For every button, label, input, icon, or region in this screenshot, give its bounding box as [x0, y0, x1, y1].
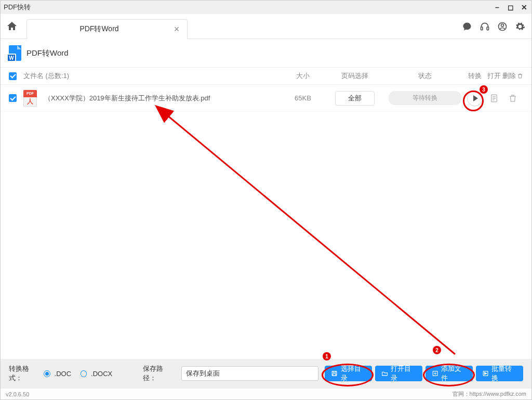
website-link[interactable]: 官网：https://www.pdfkz.com — [453, 390, 526, 398]
plus-icon — [432, 370, 438, 377]
close-window-button[interactable]: ✕ — [520, 3, 528, 11]
radio-doc[interactable] — [44, 370, 50, 377]
pdf-file-icon: PDF 人 — [23, 90, 37, 107]
save-path-input[interactable] — [181, 366, 319, 381]
open-file-button[interactable] — [487, 92, 501, 105]
page-heading: W PDF转Word — [1, 39, 531, 67]
page-select-button[interactable]: 全部 — [335, 91, 375, 106]
headset-icon[interactable] — [477, 19, 492, 34]
svg-point-3 — [501, 24, 504, 27]
tab-label: PDF转Word — [27, 24, 171, 34]
col-status: 状态 — [386, 71, 464, 81]
convert-play-button[interactable] — [467, 91, 483, 106]
tab-close-icon[interactable]: × — [171, 24, 182, 35]
trash-icon[interactable] — [517, 73, 523, 79]
user-icon[interactable] — [495, 19, 510, 34]
batch-convert-button[interactable]: 批量转换 — [476, 366, 523, 381]
format-label: 转换格式： — [9, 364, 41, 383]
file-area — [1, 112, 531, 359]
radio-docx-label: .DOCX — [91, 370, 112, 378]
home-icon[interactable] — [1, 14, 23, 39]
col-pages: 页码选择 — [324, 71, 386, 81]
col-delete: 删除 — [502, 71, 523, 81]
app-title: PDF快转 — [4, 3, 493, 12]
titlebar: PDF快转 – ◻ ✕ — [1, 1, 531, 14]
batch-icon — [482, 370, 489, 377]
svg-rect-9 — [334, 371, 336, 373]
file-size: 65KB — [282, 94, 324, 102]
pdf-to-word-icon: W — [9, 45, 21, 61]
tab-pdf-to-word[interactable]: PDF转Word × — [26, 19, 188, 39]
col-open: 打开 — [486, 71, 502, 81]
row-checkbox[interactable] — [9, 94, 17, 102]
svg-rect-1 — [487, 27, 488, 30]
gear-icon[interactable] — [513, 19, 527, 34]
filename-text: （XXXX学院）2019年新生接待工作学生补助发放表.pdf — [44, 94, 210, 103]
select-all-checkbox[interactable] — [9, 72, 17, 80]
status-badge: 等待转换 — [389, 91, 461, 105]
radio-doc-label: .DOC — [55, 370, 72, 378]
svg-rect-10 — [333, 374, 336, 376]
folder-icon — [381, 370, 388, 377]
save-icon — [331, 370, 338, 377]
play-icon — [473, 95, 478, 101]
version-text: v2.0.6.50 — [6, 391, 29, 397]
minimize-button[interactable]: – — [493, 3, 501, 11]
svg-rect-0 — [481, 27, 483, 30]
status-line: v2.0.6.50 官网：https://www.pdfkz.com — [1, 388, 531, 399]
radio-docx[interactable] — [81, 370, 87, 377]
page-title: PDF转Word — [26, 48, 69, 58]
col-convert: 转换 — [464, 71, 486, 81]
bottom-bar: 转换格式： .DOC .DOCX 保存路径： 选择目录 打开目录 添加文件 批量… — [1, 359, 531, 388]
list-header: 文件名 (总数:1) 大小 页码选择 状态 转换 打开 删除 — [1, 67, 531, 85]
add-file-button[interactable]: 添加文件 — [425, 366, 473, 381]
file-row: PDF 人 （XXXX学院）2019年新生接待工作学生补助发放表.pdf 65K… — [1, 85, 531, 112]
col-size: 大小 — [282, 71, 324, 81]
open-dir-button[interactable]: 打开目录 — [375, 366, 422, 381]
col-filename: 文件名 (总数:1) — [23, 71, 282, 81]
chat-icon[interactable] — [460, 19, 474, 34]
maximize-button[interactable]: ◻ — [507, 3, 515, 11]
delete-row-button[interactable] — [506, 92, 520, 105]
choose-dir-button[interactable]: 选择目录 — [325, 366, 372, 381]
tabbar: PDF转Word × — [1, 14, 531, 39]
save-path-label: 保存路径： — [143, 364, 175, 383]
